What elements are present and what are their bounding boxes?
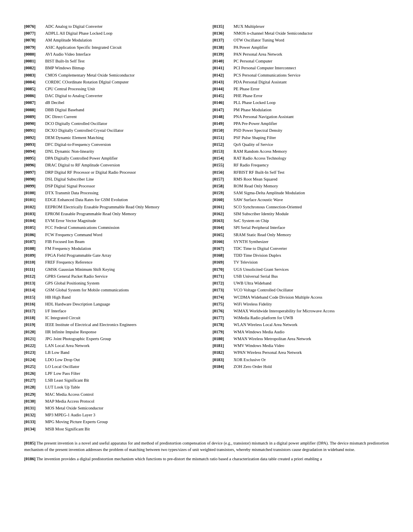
list-item: [0122]LAN Local Area Network <box>24 343 200 349</box>
entry-number: [0098] <box>24 176 45 182</box>
list-item: [0080]AVI Audio Video Interface <box>24 51 200 57</box>
entry-number: [0082] <box>24 65 45 71</box>
entry-number: [0146] <box>213 100 234 106</box>
entry-number: [0104] <box>24 218 45 224</box>
entry-number: [0123] <box>24 349 45 355</box>
entry-number: [0151] <box>213 135 234 141</box>
list-item: [0144]PE Phase Error <box>213 86 389 92</box>
entry-text: WLAN Wireless Local Area Network <box>234 322 389 328</box>
entry-number: [0166] <box>213 239 234 245</box>
entry-number: [0145] <box>213 93 234 99</box>
list-item: [0111]GMSK Gaussian Minimum Shift Keying <box>24 266 200 272</box>
entry-number: [0131] <box>24 405 45 411</box>
list-item: [0151]PSF Pulse Shaping Filter <box>213 135 389 141</box>
entry-number: [0107] <box>24 239 45 245</box>
entry-text: WMAN Wireless Metropolitan Area Network <box>234 336 389 342</box>
entry-text: EVM Error Vector Magnitude <box>45 218 200 224</box>
list-item: [0149]PPA Pre-Power Amplifier <box>213 121 389 127</box>
entry-text: WMV Windows Media Video <box>234 343 389 349</box>
entry-number: [0159] <box>213 190 234 196</box>
list-item: [0139]PAN Personal Area Network <box>213 51 389 57</box>
list-item: [0099]DSP Digital Signal Processor <box>24 183 200 189</box>
entry-text: DSP Digital Signal Processor <box>45 183 200 189</box>
entry-text: EPROM Erasable Programmable Read Only Me… <box>45 211 200 217</box>
list-item: [0093]DFC Digital-to-Frequency Conversio… <box>24 141 200 148</box>
entry-text: IIR Infinite Impulse Response <box>45 329 200 335</box>
entry-number: [0127] <box>24 377 45 383</box>
list-item: [0092]DEM Dynamic Element Matching <box>24 135 200 141</box>
list-item: [0174]WCDMA Wideband Code Division Multi… <box>213 294 389 300</box>
entry-text: RMS Root Mean Squared <box>234 176 389 182</box>
list-item: [0162]SIM Subscriber Identity Module <box>213 211 389 217</box>
list-item: [0153]RAM Random Access Memory <box>213 148 389 154</box>
entry-number: [0148] <box>213 114 234 120</box>
list-item: [0137]OTW Oscillator Tuning Word <box>213 37 389 43</box>
entry-number: [0099] <box>24 183 45 189</box>
entry-text: LSB Least Significant Bit <box>45 377 200 383</box>
entry-text: CMOS Complementary Metal Oxide Semicondu… <box>45 72 200 78</box>
list-item: [0123]LB Low Band <box>24 349 200 355</box>
entry-number: [0122] <box>24 343 45 349</box>
entry-text: SPI Serial Peripheral Interface <box>234 224 389 231</box>
entry-text: JPG Joint Photographic Experts Group <box>45 336 200 342</box>
entry-text: FM Frequency Modulation <box>45 245 200 251</box>
entry-text: SAM Sigma-Delta Amplitude Modulation <box>234 190 389 196</box>
entry-number: [0141] <box>213 65 234 71</box>
entry-text: DC Direct Current <box>45 114 200 120</box>
entry-number: [0168] <box>213 252 234 258</box>
list-item: [0143]PDA Personal Digital Assistant <box>213 79 389 85</box>
entry-text: AM Amplitude Modulation <box>45 37 200 43</box>
entry-text: GSM Global System for Mobile communicati… <box>45 287 200 293</box>
entry-text: PSD Power Spectral Density <box>234 127 389 133</box>
list-item: [0180]WMAN Wireless Metropolitan Area Ne… <box>213 336 389 342</box>
list-item: [0120]IIR Infinite Impulse Response <box>24 329 200 335</box>
entry-text: EEPROM Electrically Erasable Programmabl… <box>45 204 200 210</box>
list-item: [0108]FM Frequency Modulation <box>24 245 200 251</box>
entry-text: LDO Low Drop Out <box>45 357 200 363</box>
entry-text: ROM Read Only Memory <box>234 183 389 189</box>
list-item: [0094]DNL Dynamic Non-linearity <box>24 148 200 154</box>
entry-number: [0182] <box>213 349 234 355</box>
list-item: [0088]DBB Digital Baseband <box>24 107 200 113</box>
list-item: [0146]PLL Phase Locked Loop <box>213 100 389 106</box>
entry-text: I/F Interface <box>45 308 200 314</box>
list-item: [0121]JPG Joint Photographic Experts Gro… <box>24 336 200 342</box>
list-item: [0175]WiFi Wireless Fidelity <box>213 301 389 307</box>
entry-text: CORDIC COordinate Rotation DIgital Compu… <box>45 79 200 85</box>
list-item: [0165]SRAM Static Read Only Memory <box>213 232 389 238</box>
list-item: [0155]RF Radio Frequency <box>213 162 389 168</box>
entry-number: [0135] <box>213 23 234 29</box>
list-item: [0127]LSB Least Significant Bit <box>24 377 200 383</box>
entry-number: [0108] <box>24 245 45 251</box>
entry-text: FIB Focused Ion Beam <box>45 239 200 245</box>
list-item: [0150]PSD Power Spectral Density <box>213 127 389 133</box>
list-item: [0167]TDC Time to Digital Converter <box>213 245 389 251</box>
list-item: [0140]PC Personal Computer <box>213 58 389 64</box>
entry-number: [0106] <box>24 232 45 238</box>
entry-text: MPG Moving Picture Experts Group <box>45 419 200 425</box>
entry-number: [0090] <box>24 121 45 127</box>
entry-text: SYNTH Synthesizer <box>234 239 389 245</box>
entry-number: [0179] <box>213 329 234 335</box>
entry-text: MSB Most Significant Bit <box>45 426 200 432</box>
entry-number: [0119] <box>24 322 45 328</box>
entry-text: SoC System on Chip <box>234 218 389 224</box>
list-item: [0116]HDL Hardware Description Language <box>24 301 200 307</box>
entry-text: LUT Look Up Table <box>45 384 200 390</box>
entry-text: PDA Personal Digital Assistant <box>234 79 389 85</box>
entry-number: [0086] <box>24 93 45 99</box>
entry-number: [0110] <box>24 259 45 265</box>
entry-number: [0088] <box>24 107 45 113</box>
list-item: [0173]VCO Voltage Controlled Oscillator <box>213 287 389 293</box>
entry-number: [0169] <box>213 259 234 265</box>
entry-text: PNA Personal Navigation Assistant <box>234 114 389 120</box>
entry-text: MUX Multiplexer <box>234 23 389 29</box>
list-item: [0117]I/F Interface <box>24 308 200 314</box>
list-item: [0112]GPRS General Packet Radio Service <box>24 273 200 279</box>
entry-text: EDGE Enhanced Data Rates for GSM Evoluti… <box>45 197 200 203</box>
entry-text: DCO Digitally Controlled Oscillator <box>45 121 200 127</box>
entry-text: HB High Band <box>45 294 200 300</box>
entry-number: [0097] <box>24 169 45 175</box>
entry-text: GPS Global Positioning System <box>45 280 200 286</box>
entry-text: MP3 MPEG-1 Audio Layer 3 <box>45 412 200 418</box>
